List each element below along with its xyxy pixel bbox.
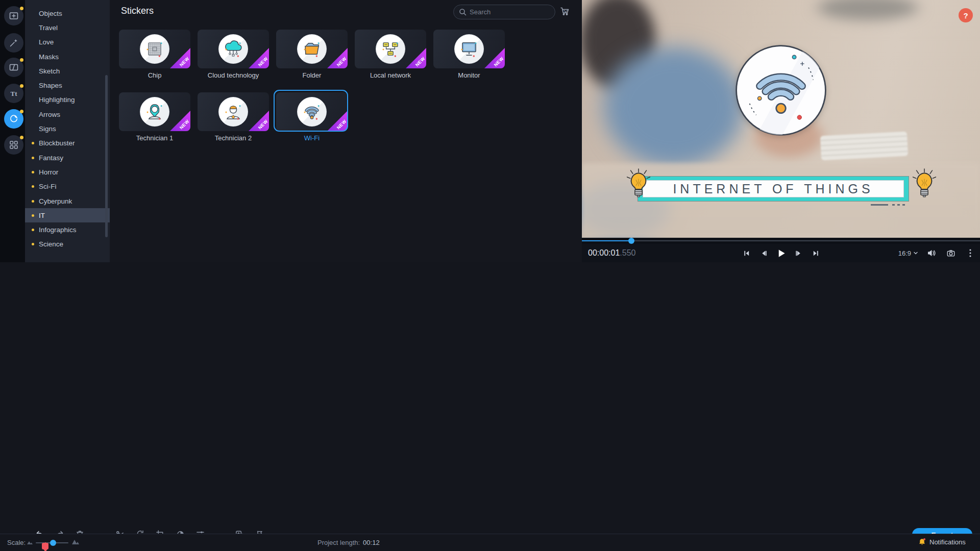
help-button[interactable]: ? — [959, 8, 973, 22]
category-item-arrows[interactable]: Arrows — [25, 107, 110, 121]
category-new-dot — [32, 214, 34, 217]
category-label: Horror — [39, 168, 58, 176]
zoom-in-icon[interactable] — [71, 538, 80, 545]
add-media-icon — [9, 11, 19, 21]
more-tools-icon — [9, 140, 19, 150]
seek-track[interactable] — [582, 240, 980, 241]
sticker-card-technician-2[interactable]: NEW — [198, 92, 269, 131]
category-scrollbar[interactable] — [105, 75, 108, 237]
volume-icon[interactable] — [926, 247, 937, 259]
category-item-masks[interactable]: Masks — [25, 49, 110, 64]
project-length: Project length:00:12 — [317, 539, 380, 546]
app-sidebar: Tt — [0, 0, 25, 262]
category-label: Sketch — [39, 67, 60, 75]
preview-frame: INTERNET OF THINGS ? — [582, 0, 980, 238]
search-input[interactable] — [470, 8, 559, 16]
category-label: Fantasy — [39, 154, 63, 162]
new-ribbon: NEW — [327, 48, 348, 68]
lightbulb-icon — [627, 168, 650, 208]
new-ribbon-label: NEW — [414, 56, 426, 68]
category-label: Love — [39, 38, 54, 46]
sticker-label: Wi-Fi — [276, 134, 348, 142]
scale-label: Scale: — [7, 539, 26, 546]
category-item-infographics[interactable]: Infographics — [25, 222, 110, 237]
category-item-science[interactable]: Science — [25, 237, 110, 252]
aspect-ratio-value: 16:9 — [898, 249, 911, 257]
scale-slider-knob[interactable] — [50, 540, 56, 546]
sticker-thumbnail — [297, 34, 327, 64]
lightbulb-icon — [913, 168, 936, 208]
project-length-label: Project length: — [317, 539, 360, 546]
transitions-icon — [9, 62, 19, 72]
previous-frame-button[interactable] — [758, 247, 769, 259]
sidebar-item-filters[interactable] — [4, 33, 23, 53]
notifications-button[interactable]: Notifications — [918, 538, 966, 546]
sticker-card-monitor[interactable]: NEW — [433, 30, 505, 68]
new-ribbon-label: NEW — [257, 119, 268, 131]
sticker-thumbnail — [297, 97, 327, 127]
new-ribbon: NEW — [249, 48, 269, 68]
sticker-label: Chip — [119, 71, 190, 79]
category-new-dot — [32, 185, 34, 188]
category-item-blockbuster[interactable]: Blockbuster — [25, 136, 110, 151]
sticker-label: Technician 1 — [119, 134, 190, 142]
sticker-card-chip[interactable]: NEW — [119, 30, 190, 68]
category-item-it[interactable]: IT — [25, 208, 110, 222]
category-item-fantasy[interactable]: Fantasy — [25, 151, 110, 165]
sticker-label: Monitor — [433, 71, 505, 79]
new-content-dot — [20, 7, 23, 10]
sticker-label: Local network — [355, 71, 426, 79]
preview-right-controls: 16:9 — [898, 247, 976, 259]
new-ribbon: NEW — [484, 48, 505, 68]
category-label: Science — [39, 240, 63, 248]
video-preview: INTERNET OF THINGS ? 00:00:01.550 16:9 — [582, 0, 980, 262]
next-frame-button[interactable] — [793, 247, 804, 259]
search-bar[interactable]: ✕ — [453, 5, 555, 19]
cart-icon[interactable] — [560, 7, 570, 16]
new-ribbon-label: NEW — [335, 119, 347, 131]
seek-knob[interactable] — [628, 238, 634, 244]
category-label: Cyberpunk — [39, 197, 72, 205]
category-item-travel[interactable]: Travel — [25, 20, 110, 35]
timeline: Export 00:00:0000:00:0500:00:1000:00:150… — [0, 262, 980, 534]
category-label: Arrows — [39, 111, 60, 118]
category-item-love[interactable]: Love — [25, 35, 110, 49]
statusbar: Scale: Project length:00:12 Notification… — [0, 534, 980, 551]
category-item-horror[interactable]: Horror — [25, 165, 110, 179]
title-banner[interactable]: INTERNET OF THINGS — [638, 177, 909, 201]
play-button[interactable] — [775, 247, 787, 259]
notifications-label: Notifications — [929, 538, 966, 546]
filters-icon — [9, 38, 19, 48]
category-item-sci-fi[interactable]: Sci-Fi — [25, 180, 110, 194]
category-label: Highlighting — [39, 96, 75, 104]
sticker-card-technician-1[interactable]: NEW — [119, 92, 190, 131]
new-content-dot — [20, 136, 23, 139]
new-ribbon-label: NEW — [178, 119, 190, 131]
wifi-sticker-overlay[interactable] — [733, 43, 828, 138]
category-item-highlighting[interactable]: Highlighting — [25, 93, 110, 107]
category-item-objects[interactable]: Objects — [25, 6, 110, 20]
seek-bar[interactable] — [582, 238, 980, 244]
photo-region — [820, 132, 908, 161]
skip-to-end-button[interactable] — [810, 247, 821, 259]
skip-to-start-button[interactable] — [741, 247, 752, 259]
new-ribbon: NEW — [170, 111, 190, 131]
snapshot-camera-icon[interactable] — [945, 247, 957, 259]
title-banner-inner: INTERNET OF THINGS — [643, 180, 904, 197]
sticker-card-local-network[interactable]: NEW — [355, 30, 426, 68]
category-label: Travel — [39, 24, 58, 32]
category-item-shapes[interactable]: Shapes — [25, 78, 110, 92]
more-options-icon[interactable] — [965, 247, 976, 259]
playhead-pin[interactable] — [42, 543, 48, 549]
search-icon — [459, 8, 467, 16]
category-new-dot — [32, 171, 34, 173]
category-item-sketch[interactable]: Sketch — [25, 64, 110, 78]
sticker-card-folder[interactable]: NEW — [276, 30, 348, 68]
category-item-signs[interactable]: Signs — [25, 121, 110, 136]
sticker-card-wi-fi[interactable]: NEW — [276, 92, 348, 131]
category-new-dot — [32, 229, 34, 231]
sticker-card-cloud-technology[interactable]: NEW — [198, 30, 269, 68]
aspect-ratio-select[interactable]: 16:9 — [898, 249, 918, 257]
zoom-out-icon[interactable] — [27, 540, 33, 545]
category-item-cyberpunk[interactable]: Cyberpunk — [25, 194, 110, 208]
